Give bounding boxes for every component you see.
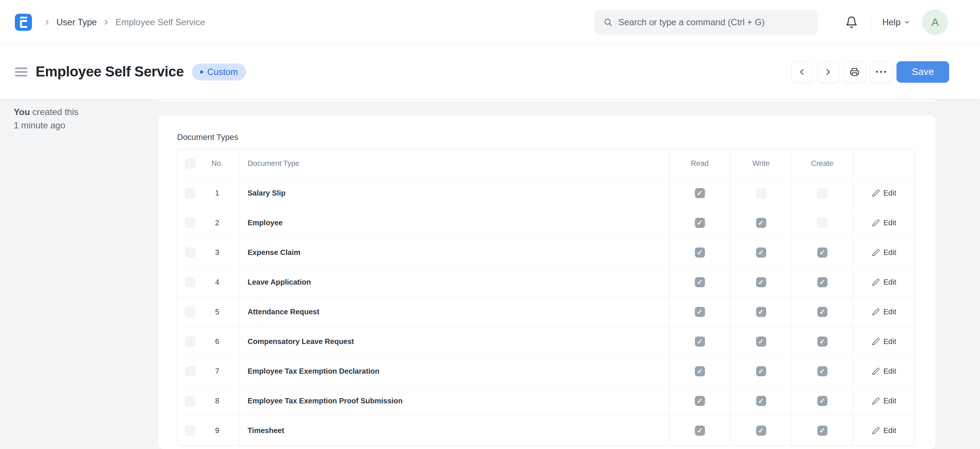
- create-checkbox[interactable]: [818, 396, 827, 406]
- row-select-checkbox[interactable]: [185, 336, 195, 347]
- edit-label: Edit: [883, 426, 896, 435]
- edit-row-button[interactable]: Edit: [872, 397, 896, 405]
- edit-row-button[interactable]: Edit: [872, 367, 896, 376]
- document-type-name[interactable]: Salary Slip: [248, 189, 285, 197]
- create-checkbox[interactable]: [818, 426, 827, 436]
- edit-row-button[interactable]: Edit: [872, 426, 896, 435]
- document-type-name[interactable]: Leave Application: [248, 278, 311, 286]
- created-by-user: You: [14, 107, 30, 117]
- edit-row-button[interactable]: Edit: [872, 308, 896, 316]
- read-checkbox[interactable]: [695, 188, 705, 198]
- created-time: 1 minute ago: [14, 119, 147, 132]
- breadcrumb-user-type[interactable]: User Type: [56, 17, 97, 27]
- edit-pencil-icon: [872, 189, 880, 197]
- next-document-button[interactable]: [818, 61, 839, 83]
- column-no: No.: [211, 159, 223, 168]
- row-select-checkbox[interactable]: [185, 426, 195, 436]
- status-badge: Custom: [192, 63, 246, 81]
- help-menu[interactable]: Help: [882, 17, 910, 27]
- table-row: 3 Expense Claim Edit: [177, 238, 915, 267]
- create-checkbox[interactable]: [818, 366, 827, 376]
- breadcrumb-current: Employee Self Service: [115, 17, 205, 27]
- read-checkbox[interactable]: [695, 218, 705, 228]
- bell-icon: [845, 16, 858, 29]
- edit-row-button[interactable]: Edit: [872, 189, 896, 197]
- logo-cee: [20, 20, 27, 28]
- edit-row-button[interactable]: Edit: [872, 337, 896, 346]
- column-read: Read: [691, 159, 709, 168]
- document-type-name[interactable]: Employee Tax Exemption Declaration: [248, 367, 379, 376]
- create-checkbox[interactable]: [818, 336, 827, 347]
- read-checkbox[interactable]: [695, 336, 705, 347]
- write-checkbox[interactable]: [756, 277, 766, 287]
- select-all-checkbox[interactable]: [185, 159, 195, 168]
- table-row: 4 Leave Application Edit: [177, 267, 915, 297]
- column-document-type: Document Type: [248, 159, 299, 168]
- document-type-name[interactable]: Compensatory Leave Request: [248, 337, 354, 346]
- read-checkbox[interactable]: [695, 396, 705, 406]
- edit-row-button[interactable]: Edit: [872, 219, 896, 227]
- avatar[interactable]: A: [922, 9, 948, 35]
- edit-label: Edit: [883, 278, 896, 286]
- edit-label: Edit: [883, 397, 896, 405]
- edit-pencil-icon: [872, 367, 880, 375]
- create-checkbox[interactable]: [818, 248, 827, 257]
- row-number: 8: [215, 397, 219, 405]
- edit-pencil-icon: [872, 249, 880, 256]
- write-checkbox[interactable]: [756, 336, 766, 347]
- create-checkbox[interactable]: [818, 277, 827, 287]
- row-select-checkbox[interactable]: [185, 366, 195, 376]
- document-type-name[interactable]: Employee Tax Exemption Proof Submission: [248, 397, 403, 405]
- read-checkbox[interactable]: [695, 426, 705, 436]
- write-checkbox[interactable]: [756, 426, 766, 436]
- create-checkbox[interactable]: [818, 307, 827, 317]
- table-row: 1 Salary Slip Edit: [177, 178, 915, 208]
- menu-icon[interactable]: [15, 68, 27, 76]
- document-type-name[interactable]: Expense Claim: [248, 248, 300, 257]
- edit-label: Edit: [883, 219, 896, 227]
- edit-row-button[interactable]: Edit: [872, 248, 896, 257]
- read-checkbox[interactable]: [695, 277, 705, 287]
- write-checkbox[interactable]: [756, 248, 766, 257]
- row-select-checkbox[interactable]: [185, 218, 195, 228]
- previous-document-button[interactable]: [791, 61, 813, 83]
- row-select-checkbox[interactable]: [185, 248, 195, 257]
- row-select-checkbox[interactable]: [185, 307, 195, 317]
- row-number: 9: [215, 426, 219, 435]
- create-checkbox[interactable]: [818, 218, 827, 228]
- notifications-button[interactable]: [843, 14, 860, 30]
- write-checkbox[interactable]: [756, 366, 766, 376]
- content: You created this 1 minute ago Document T…: [0, 100, 980, 449]
- write-checkbox[interactable]: [756, 218, 766, 228]
- badge-label: Custom: [207, 67, 238, 77]
- read-checkbox[interactable]: [695, 366, 705, 376]
- section-title: Document Types: [177, 132, 915, 143]
- logo-bar: [20, 17, 27, 19]
- edit-pencil-icon: [872, 338, 880, 346]
- edit-label: Edit: [883, 308, 896, 316]
- document-type-name[interactable]: Attendance Request: [248, 308, 319, 316]
- create-checkbox[interactable]: [818, 188, 827, 198]
- save-button[interactable]: Save: [896, 61, 949, 83]
- global-search[interactable]: [595, 10, 818, 35]
- erpnext-logo[interactable]: [15, 14, 32, 31]
- badge-dot: [200, 70, 203, 73]
- write-checkbox[interactable]: [756, 396, 766, 406]
- row-select-checkbox[interactable]: [185, 277, 195, 287]
- chevron-right-icon: [823, 67, 833, 77]
- write-checkbox[interactable]: [756, 307, 766, 317]
- document-type-name[interactable]: Timesheet: [248, 426, 284, 435]
- row-select-checkbox[interactable]: [185, 188, 195, 198]
- read-checkbox[interactable]: [695, 307, 705, 317]
- edit-row-button[interactable]: Edit: [872, 278, 896, 286]
- write-checkbox[interactable]: [756, 188, 766, 198]
- read-checkbox[interactable]: [695, 248, 705, 257]
- navbar-divider: [871, 14, 871, 30]
- search-input[interactable]: [619, 17, 808, 27]
- document-type-name[interactable]: Employee: [248, 219, 283, 227]
- row-number: 2: [215, 219, 219, 227]
- print-button[interactable]: [844, 61, 865, 83]
- row-select-checkbox[interactable]: [185, 396, 195, 406]
- help-label: Help: [882, 17, 900, 27]
- more-options-button[interactable]: [870, 61, 892, 83]
